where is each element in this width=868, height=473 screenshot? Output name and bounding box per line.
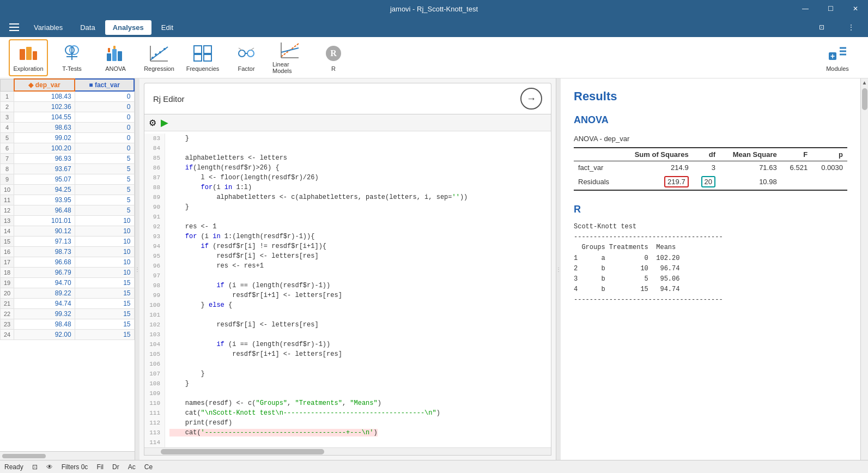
code-line: 89 alphabetletters <- c(alphabetletters,… [144, 192, 551, 202]
expand-icon[interactable]: ⊡ [809, 19, 834, 36]
anova-row-residuals: Residuals 219.7 20 10.98 [574, 174, 847, 190]
row-number: 1 [1, 91, 14, 102]
line-number: 99 [144, 290, 165, 300]
code-line: 99 resdf$r[i+1] <- letters[res] [144, 290, 551, 300]
line-content: resdf$r[i] <- letters[res] [165, 251, 319, 261]
fact-var-cell: 0 [75, 143, 134, 154]
line-content: alphabetletters <- letters [165, 153, 287, 163]
hamburger-menu[interactable] [4, 19, 24, 36]
tool-r[interactable]: R R [314, 39, 353, 76]
col-header-df: df [693, 148, 720, 161]
table-row: 22 99.32 15 [1, 309, 135, 319]
tool-frequencies[interactable]: Frequencies [183, 39, 222, 76]
fact-var-cell: 15 [75, 288, 134, 299]
fact-var-cell: 10 [75, 237, 134, 247]
linear-models-label: Linear Models [272, 61, 307, 74]
svg-line-32 [281, 48, 299, 52]
line-content: } [165, 369, 205, 379]
main-layout: ◆ dep_var ■ fact_var 1 108.43 0 2 102.36… [0, 78, 868, 460]
tool-modules[interactable]: + Modules [816, 39, 859, 76]
svg-rect-12 [118, 51, 122, 61]
dep-var-cell: 96.93 [14, 154, 75, 164]
line-content: if (resdf$r[i] != resdf$r[i+1]){ [165, 241, 326, 251]
table-row: 2 102.36 0 [1, 102, 135, 112]
svg-rect-14 [113, 46, 116, 49]
modules-icon: + [828, 44, 847, 63]
tool-anova[interactable]: ANOVA [96, 39, 135, 76]
row-number: 3 [1, 112, 14, 123]
dep-var-cell: 93.67 [14, 164, 75, 174]
col-header-fact-var[interactable]: ■ fact_var [75, 79, 134, 91]
ac-label: Ac [128, 463, 136, 471]
tool-t-tests[interactable]: T-Tests [52, 39, 92, 76]
tool-regression[interactable]: Regression [139, 39, 179, 76]
menu-variables[interactable]: Variables [26, 20, 70, 35]
menu-bar-right: ⊡ ⋮ [809, 19, 864, 36]
dep-var-cell: 94.70 [14, 278, 75, 288]
col-header-dep-var[interactable]: ◆ dep_var [14, 79, 75, 91]
fact-var-cell: 15 [75, 330, 134, 340]
col-header-f: F [781, 148, 812, 161]
filter-icon[interactable]: ⊡ [32, 463, 38, 471]
line-number: 93 [144, 232, 165, 241]
line-number: 101 [144, 310, 165, 320]
tool-factor[interactable]: Factor [227, 39, 266, 76]
menu-edit[interactable]: Edit [154, 20, 181, 35]
fil-label: Fil [96, 463, 104, 471]
line-content: cat("\nScott-Knott test\n---------------… [165, 408, 440, 418]
dep-var-cell: 96.48 [14, 205, 75, 216]
maximize-button[interactable]: ☐ [818, 0, 843, 17]
tool-linear-models[interactable]: Linear Models [270, 39, 309, 76]
factor-label: Factor [238, 65, 254, 72]
tool-exploration[interactable]: Exploration [9, 39, 48, 76]
line-content: resdf$r[i+1] <- letters[res] [165, 290, 342, 300]
scroll-up-arrow[interactable]: ▲ [861, 78, 869, 86]
code-line: 102 resdf$r[i] <- letters[res] [144, 320, 551, 330]
row-f-fact-var: 6.521 [781, 161, 812, 174]
resize-handle-left[interactable]: ⋮ [135, 78, 139, 460]
editor-horizontal-scrollbar[interactable] [144, 447, 551, 455]
close-button[interactable]: ✕ [843, 0, 868, 17]
line-number: 106 [144, 359, 165, 369]
fact-var-cell: 0 [75, 112, 134, 123]
ready-status: Ready [4, 463, 23, 471]
table-row: 21 94.74 15 [1, 299, 135, 309]
fact-var-cell: 5 [75, 185, 134, 195]
code-line: 88 for(i in 1:l) [144, 183, 551, 192]
code-editor[interactable]: 83 } 84 85 alphabetletters <- letters 86… [144, 131, 551, 447]
anova-subtitle: ANOVA - dep_var [574, 135, 847, 143]
menu-analyses[interactable]: Analyses [105, 20, 151, 35]
more-icon[interactable]: ⋮ [839, 19, 864, 36]
svg-rect-1 [9, 27, 19, 28]
eye-icon[interactable]: 👁 [46, 463, 53, 471]
editor-header: Rj Editor → [144, 83, 551, 114]
code-line: 92 res <- 1 [144, 222, 551, 232]
row-f-residuals [781, 174, 812, 190]
play-icon[interactable]: ▶ [161, 117, 168, 129]
data-table-scroll[interactable]: ◆ dep_var ■ fact_var 1 108.43 0 2 102.36… [0, 78, 135, 451]
resize-handle-right[interactable]: ⋮ [556, 78, 561, 460]
code-line: 83 } [144, 134, 551, 143]
line-number: 85 [144, 153, 165, 163]
row-label-residuals: Residuals [574, 174, 620, 190]
dep-var-cell: 99.02 [14, 133, 75, 143]
settings-icon[interactable]: ⚙ [149, 118, 156, 128]
run-button[interactable]: → [520, 88, 542, 110]
dep-var-cell: 92.00 [14, 330, 75, 340]
svg-rect-2 [9, 30, 19, 31]
table-row: 18 96.79 10 [1, 268, 135, 278]
results-scrollbar[interactable]: ▲ [860, 78, 868, 460]
minimize-button[interactable]: — [793, 0, 818, 17]
anova-row-fact-var: fact_var 214.9 3 71.63 6.521 0.0030 [574, 161, 847, 174]
table-row: 12 96.48 5 [1, 205, 135, 216]
r-label: R [331, 65, 336, 72]
fact-var-cell: 10 [75, 247, 134, 257]
menu-data[interactable]: Data [72, 20, 102, 35]
svg-point-19 [163, 48, 166, 50]
table-row: 13 101.01 10 [1, 216, 135, 226]
svg-text:R: R [330, 48, 337, 58]
data-scrollbar[interactable] [0, 451, 135, 460]
svg-rect-25 [204, 54, 211, 61]
row-ss-residuals: 219.7 [620, 174, 693, 190]
window-controls: — ☐ ✕ [793, 0, 868, 17]
